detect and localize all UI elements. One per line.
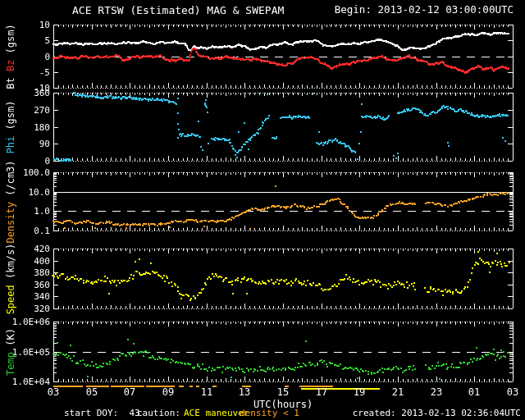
x-tick-label: 17: [311, 387, 332, 397]
footer-caution-label: caution:: [137, 409, 180, 418]
y-tick-label: 10.0: [0, 188, 50, 197]
y-tick-label: 5: [0, 36, 50, 45]
y-tick-label: 270: [0, 106, 50, 115]
x-tick-label: 15: [272, 387, 294, 397]
y-tick-label: 90: [0, 139, 50, 148]
y-tick-label: 10: [0, 21, 50, 30]
y-tick-label: 1.0E+04: [0, 377, 50, 386]
y-tick-label: 380: [0, 268, 50, 277]
footer-start-doy: start DOY: 43: [64, 409, 140, 418]
x-tick-label: 13: [234, 387, 255, 397]
begin-timestamp: Begin: 2013-02-12 03:00:00UTC: [335, 5, 514, 16]
y-tick-label: 0.1: [0, 226, 50, 235]
y-tick-label: 420: [0, 244, 50, 253]
page-title: ACE RTSW (Estimated) MAG & SWEPAM: [72, 5, 284, 16]
y-tick-label: 360: [0, 281, 50, 290]
footer-caution-density: density < 1: [240, 409, 299, 418]
x-tick-label: 03: [502, 387, 523, 397]
y-tick-label: 0: [0, 52, 50, 62]
y-tick-label: 100.0: [0, 168, 50, 177]
x-tick-label: 07: [119, 387, 140, 397]
x-tick-label: 11: [196, 387, 217, 397]
y-axis-label-speed: Speed (km/s): [5, 243, 16, 314]
x-tick-label: 03: [43, 387, 64, 397]
chart-canvas: [0, 0, 525, 420]
y-tick-label: 1.0E+06: [0, 317, 50, 326]
y-tick-label: 340: [0, 292, 50, 301]
x-tick-label: 09: [158, 387, 179, 397]
x-tick-label: 05: [81, 387, 103, 397]
y-tick-label: 180: [0, 123, 50, 132]
x-tick-label: 19: [349, 387, 370, 397]
y-tick-label: 1.0E+05: [0, 348, 50, 357]
x-tick-label: 23: [426, 387, 447, 397]
footer-created-timestamp: created: 2013-02-13 02:36:04UTC: [353, 409, 521, 418]
x-tick-label: 01: [463, 387, 485, 397]
y-tick-label: 360: [0, 89, 50, 98]
y-tick-label: 1.0: [0, 207, 50, 216]
ace-rtsw-plot: ACE RTSW (Estimated) MAG & SWEPAM Begin:…: [0, 0, 525, 420]
y-tick-label: -5: [0, 68, 50, 77]
y-tick-label: 400: [0, 257, 50, 266]
x-tick-label: 21: [387, 387, 409, 397]
y-tick-label: 320: [0, 304, 50, 313]
